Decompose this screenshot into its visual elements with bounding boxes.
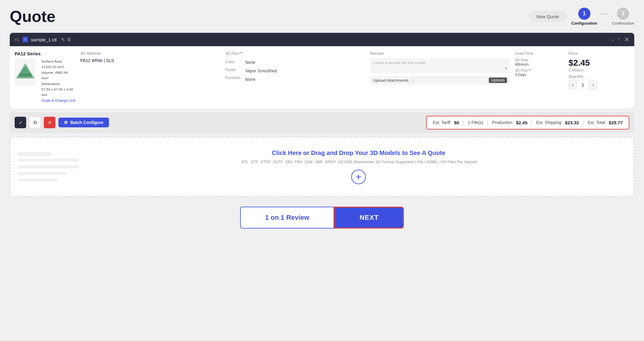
arrow-up-button[interactable]: ↑ [618,36,621,43]
file-name: sample_1.stl [31,37,57,42]
total-value: $25.77 [609,120,623,125]
drop-zone[interactable]: Click Here or Drag and Drop Your 3D Mode… [10,137,634,197]
file-card-header: #1 ✓ sample_1.stl ✎ ⧉ ↓ ↑ ✕ [10,33,634,46]
plus-column: 3D Plus™ Color Finish Function None Vapo… [225,51,365,84]
placeholder-bar-5 [18,179,57,182]
surface-area: Surface Area: 11101.15 mm² [41,59,75,70]
review-button[interactable]: 1 on 1 Review [240,207,334,229]
finish-value: Vapor Smoothed [245,67,277,75]
file-card: #1 ✓ sample_1.stl ✎ ⧉ ↓ ↑ ✕ PA12 Series [10,33,634,108]
steps-indicator: 1 Configuration 2 Confirmation [571,8,634,26]
print-time: 48Hours [515,62,564,67]
new-quote-button[interactable]: New Quote [529,11,566,22]
plus-lead-time: 4 Days [515,73,564,77]
uploads-badge: Uploads [489,78,507,83]
price-amount: $2.45 [569,58,629,68]
file-number: #1 [15,37,19,42]
step-2-circle: 2 [617,8,629,20]
remark-placeholder: Leave a remark for this model [373,60,425,65]
shipping-label: Est. Shipping [536,120,562,125]
step-1-circle: 1 [578,8,590,20]
step-2: 2 Confirmation [612,8,634,26]
qty-increase-button[interactable]: › [589,80,597,89]
series-name: PA12 Series [15,51,75,56]
remark-col-header: Remark [370,51,510,56]
price-col-header: Price [569,51,629,56]
info-icon: ⓘ [411,78,415,83]
upload-label: Upload Attachments [373,78,408,83]
step-1: 1 Configuration [571,8,597,26]
delete-button[interactable]: ✕ [44,117,55,128]
file-icons: ✎ ⧉ [61,37,71,43]
remark-box[interactable]: Leave a remark for this model ✎ [370,58,510,73]
step-1-label: Configuration [571,21,597,26]
series-row: Surface Area: 11101.15 mm² Volume: 4965.… [15,59,75,104]
qty-label: Quantity [569,74,629,79]
toolbar: ✓ ⧉ ✕ ⚙ Batch Configure Est. Tariff $0 |… [10,112,634,133]
plus-col-header: 3D Plus™ [225,51,365,56]
material-col-header: 3D Material [80,51,220,56]
print-label: 3D Print [515,58,564,62]
qty-decrease-button[interactable]: ‹ [569,80,576,89]
placeholder-bar-2 [18,159,79,162]
model-content: PA12 Series Surface Area: 11101.15 mm² V… [10,46,634,108]
lead-time-column: Lead Time 3D Print 48Hours 3D Plus™ 4 Da… [515,51,564,79]
tariff-label: Est. Tariff [433,120,450,125]
edit-icon[interactable]: ✎ [61,37,65,43]
material-value: PA12 White | SLS [80,58,220,63]
plus-labels: Color Finish Function [225,58,240,84]
plus-lead-label: 3D Plus™ [515,68,564,73]
drop-text-area: Click Here or Drag and Drop Your 3D Mode… [91,150,626,184]
placeholder-bar-4 [18,172,66,175]
finish-label: Finish [225,66,240,74]
batch-configure-button[interactable]: ⚙ Batch Configure [58,118,109,127]
drop-title: Click Here or Drag and Drop Your 3D Mode… [91,150,626,157]
production-value: $2.45 [516,120,527,125]
quantity-control: ‹ 1 › [569,80,597,90]
bottom-bar: 1 on 1 Review NEXT [10,207,634,229]
copy-file-icon[interactable]: ⧉ [67,37,71,43]
plus-values: None Vapor Smoothed None [245,58,277,84]
check-all-button[interactable]: ✓ [15,117,26,128]
batch-label: Batch Configure [70,120,103,125]
lead-print-section: 3D Print 48Hours [515,58,564,67]
files-count: 1 File(s) [468,120,483,125]
step-connector [601,14,608,14]
production-label: Production [492,120,513,125]
function-label: Function [225,74,240,82]
drop-plus-icon[interactable]: + [351,170,366,184]
step-2-label: Confirmation [612,21,634,26]
qty-value: 1 [576,81,589,89]
copy-button[interactable]: ⧉ [29,117,41,128]
price-column: Price $2.45 2.45/pcs Quantity ‹ 1 › [569,51,629,90]
next-button[interactable]: NEXT [334,207,404,229]
material-column: 3D Material PA12 White | SLS [80,51,220,63]
lead-time-col-header: Lead Time [515,51,564,56]
model-info: Surface Area: 11101.15 mm² Volume: 4965.… [41,59,75,104]
scale-change-link[interactable]: Scale & Change Unit [41,98,75,103]
color-value: None [245,58,277,67]
file-checkbox[interactable]: ✓ [23,37,28,42]
svg-rect-2 [19,74,31,76]
shipping-value: $23.32 [565,120,579,125]
arrow-down-button[interactable]: ↓ [611,36,614,43]
drop-placeholder [18,152,79,182]
placeholder-bar-3 [18,165,79,168]
model-thumbnail [15,59,36,86]
dimensions-value: 57.94 x 57.94 x 4.50 mm [41,87,75,98]
color-label: Color [225,58,240,66]
page-title: Quote [10,7,55,26]
function-value: None [245,75,277,84]
file-card-actions: ↓ ↑ ✕ [611,36,629,43]
lead-plus-section: 3D Plus™ 4 Days [515,68,564,77]
batch-icon: ⚙ [64,120,68,125]
series-column: PA12 Series Surface Area: 11101.15 mm² V… [15,51,75,104]
close-file-button[interactable]: ✕ [624,36,629,43]
header-right: New Quote 1 Configuration 2 Confirmation [529,8,634,26]
estimate-box: Est. Tariff $0 | 1 File(s) | Production … [426,116,629,129]
upload-row: Upload Attachments ⓘ Uploads [370,76,510,85]
tariff-value: $0 [454,120,459,125]
remark-edit-icon[interactable]: ✎ [505,67,508,71]
drop-subtitle: .STL .STP .STEP .GLTF .OBJ .FBX .DAE .3M… [91,159,626,165]
placeholder-bar-1 [18,152,51,156]
